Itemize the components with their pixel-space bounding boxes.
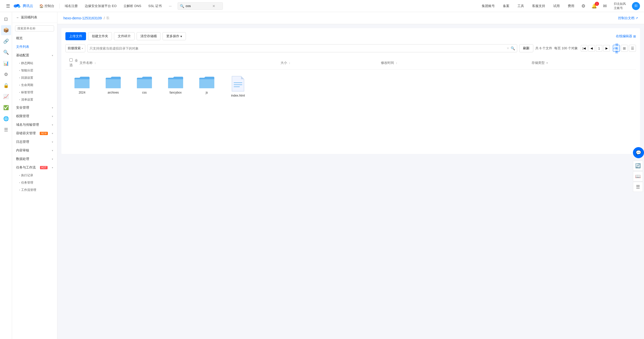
name-sort-icon[interactable]: ↕ — [95, 61, 96, 64]
sidebar-search-input[interactable] — [15, 25, 54, 31]
menu-icon[interactable]: ☰ — [4, 2, 12, 10]
sidebar-task-icon[interactable]: ✅ — [1, 103, 11, 113]
list-view-button[interactable]: ☰ — [629, 45, 636, 52]
sidebar-group-domain[interactable]: 域名与传输管理 ▾ — [12, 120, 57, 129]
create-folder-button[interactable]: 创建文件夹 — [88, 32, 112, 40]
sidebar-monitor-icon[interactable]: 📈 — [1, 92, 11, 102]
search-submit-icon[interactable]: 🔍 — [511, 46, 515, 50]
nav-eo[interactable]: 边缘安全加速平台 EO — [82, 0, 119, 12]
nav-filing[interactable]: 备案 — [501, 0, 511, 12]
sidebar-link-icon[interactable]: 🔗 — [1, 36, 11, 46]
list-item[interactable]: index.html — [225, 76, 251, 97]
file-name-fancybox: fancybox — [170, 91, 182, 94]
list-item[interactable]: archives — [101, 76, 126, 97]
sidebar-group-workflow[interactable]: 任务与工作流 HOT ▾ — [12, 163, 57, 172]
list-item[interactable]: 2024 — [69, 76, 95, 97]
sidebar-group-dr[interactable]: 容错容灾管理 NEW ▾ — [12, 129, 57, 138]
folder-icon-js — [199, 76, 215, 89]
bucket-name-link[interactable]: hexo-demo-1253163109 — [63, 16, 102, 20]
clear-bucket-button[interactable]: 清空存储桶 — [137, 32, 160, 40]
search-icon: 🔍 — [180, 4, 184, 8]
float-list-button[interactable]: ☰ — [633, 182, 643, 192]
user-avatar[interactable]: 归 — [632, 2, 640, 10]
sidebar-global-icon[interactable]: 🌐 — [1, 114, 11, 124]
nav-ssl[interactable]: SSL 证书 — [145, 0, 165, 12]
sidebar-sub-inventory[interactable]: 清单设置 — [12, 96, 57, 103]
select-all-checkbox[interactable] — [69, 58, 73, 62]
sidebar-item-filelist[interactable]: 文件列表 — [12, 43, 57, 51]
nav-tools[interactable]: 工具 — [515, 0, 526, 12]
sidebar-group-data[interactable]: 数据处理 ▾ — [12, 155, 57, 163]
chevron-icon-6: ▾ — [52, 141, 53, 143]
float-refresh-button[interactable]: 🔄 — [633, 161, 643, 171]
global-search-input[interactable] — [186, 4, 211, 8]
grid-view-button[interactable]: ⊞ — [621, 45, 628, 52]
global-search-box[interactable]: 🔍 ✕ — [178, 2, 223, 10]
sidebar-security-icon[interactable]: 🔒 — [1, 80, 11, 91]
thumbnail-view-button[interactable]: ✓ 缩略图 — [613, 45, 620, 52]
sidebar-group-permission[interactable]: 权限管理 ▾ — [12, 112, 57, 120]
prev-page-button[interactable]: ◀ — [588, 45, 595, 52]
float-book-button[interactable]: 📖 — [633, 171, 643, 181]
doc-link[interactable]: 控制台文档 ↗ — [618, 16, 638, 20]
nav-trial[interactable]: 试用 — [551, 0, 562, 12]
nav-billing[interactable]: 费用 — [566, 0, 576, 12]
more-actions-button[interactable]: 更多操作 ▾ — [163, 32, 186, 40]
nav-right-area: 集团账号 备案 工具 客服支持 试用 费用 ⚙ 🔔 1 ✉ 归去如风 主账号 归 — [480, 0, 640, 12]
upload-file-button[interactable]: 上传文件 — [65, 32, 86, 40]
time-sort-icon[interactable]: ↕ — [396, 61, 397, 64]
sidebar-sub-workflow-mgmt[interactable]: 工作流管理 — [12, 186, 57, 194]
sidebar-group-security[interactable]: 安全管理 ▾ — [12, 103, 57, 112]
float-support-button[interactable]: 💬 — [633, 147, 644, 158]
search-clear-icon[interactable]: ✕ — [212, 4, 215, 8]
sidebar-storage-icon[interactable]: 📦 — [1, 25, 11, 35]
sidebar-group-basic-config[interactable]: 基础配置 ▾ — [12, 51, 57, 60]
nav-group-account[interactable]: 集团账号 — [480, 0, 497, 12]
file-fragments-button[interactable]: 文件碎片 — [114, 32, 135, 40]
sidebar-settings-icon[interactable]: ⚙ — [1, 69, 11, 79]
online-edit-link[interactable]: 在线编辑器 ⊞ — [616, 34, 636, 38]
sidebar-search-icon[interactable]: 🔍 — [1, 47, 11, 57]
next-page-button[interactable]: ▶ — [603, 45, 610, 52]
sidebar-sub-intelligent-tier[interactable]: 智能分层 — [12, 67, 57, 74]
list-item[interactable]: css — [132, 76, 157, 97]
folder-icon-css — [136, 76, 152, 89]
message-icon[interactable]: ✉ — [602, 2, 608, 10]
clear-search-icon[interactable]: ✕ — [507, 47, 509, 50]
sidebar-group-audit[interactable]: 内容审核 ▾ — [12, 146, 57, 155]
file-search-input[interactable] — [90, 47, 507, 50]
copy-icon[interactable]: ⎘ — [107, 16, 109, 20]
user-name-label[interactable]: 归去如风 主账号 — [612, 0, 628, 12]
size-sort-icon[interactable]: ↕ — [289, 61, 290, 64]
sidebar-sub-task[interactable]: 任务管理 — [12, 179, 57, 186]
folder-svg — [136, 76, 152, 89]
nav-domain[interactable]: 域名注册 — [62, 0, 81, 12]
sidebar-sub-static-web[interactable]: 静态网站 — [12, 60, 57, 67]
prefix-search-dropdown[interactable]: 前缀搜索 ▾ — [65, 44, 85, 52]
prev-page-first-button[interactable]: |◀ — [581, 45, 587, 52]
doc-icon-html — [231, 76, 245, 92]
sidebar-sub-execution-log[interactable]: 执行记录 — [12, 172, 57, 179]
sidebar-sub-lifecycle[interactable]: 生命周期 — [12, 81, 57, 89]
refresh-button[interactable]: 刷新 — [519, 44, 533, 52]
select-all-col: 全选 — [69, 58, 79, 67]
help-icon[interactable]: ⚙ — [580, 2, 586, 10]
list-item[interactable]: fancybox — [163, 76, 188, 97]
sidebar-item-overview[interactable]: 概览 — [12, 34, 57, 43]
file-name-2024: 2024 — [79, 91, 86, 94]
back-to-bucket-list[interactable]: ← 返回桶列表 — [12, 12, 57, 23]
sidebar-data-icon[interactable]: 📊 — [1, 58, 11, 68]
sidebar-list-icon[interactable]: ☰ — [1, 125, 11, 135]
notification-icon[interactable]: 🔔 1 — [590, 2, 598, 10]
sidebar-group-log[interactable]: 日志管理 ▾ — [12, 138, 57, 146]
folder-icon-archives — [105, 76, 121, 89]
nav-support[interactable]: 客服支持 — [530, 0, 547, 12]
sidebar-overview-icon[interactable]: ⊡ — [1, 14, 11, 24]
nav-more[interactable]: ··· — [166, 0, 175, 12]
sidebar-sub-tag[interactable]: 标签管理 — [12, 89, 57, 96]
storage-filter-icon[interactable]: ▾ — [546, 61, 548, 64]
nav-home[interactable]: 🏠 控制台 — [36, 0, 57, 12]
nav-dns[interactable]: 云解析 DNS — [120, 0, 144, 12]
list-item[interactable]: js — [194, 76, 219, 97]
sidebar-sub-origin[interactable]: 回源设置 — [12, 74, 57, 81]
